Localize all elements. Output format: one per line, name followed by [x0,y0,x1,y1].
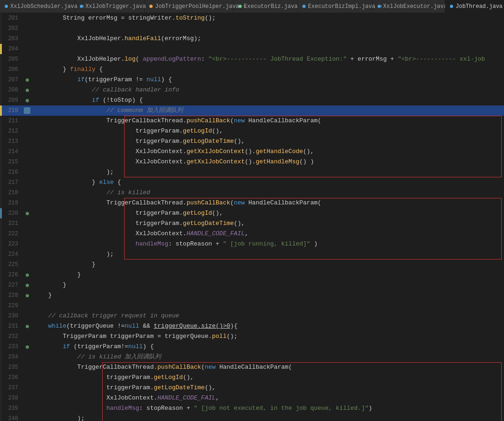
tab-label: XxlJobScheduler.java [10,3,77,10]
code-line-222: 222 XxlJobContext.HANDLE_CODE_FAIL, [2,229,504,239]
editor-container: 201 String errorMsg = stringWriter.toStr… [0,13,504,421]
tab-dot [80,5,83,8]
code-line-208: 208 // callback handler info [2,85,504,95]
code-line-212: 212 triggerParam.getLogId(), [2,126,504,136]
code-line-236: 236 triggerParam.getLogId(), [2,372,504,383]
tab-dot [302,5,306,8]
code-line-216: 216 ); [2,167,504,177]
code-line-221: 221 triggerParam.getLogDateTime(), [2,218,504,229]
code-line-214: 214 XxlJobContext.getXxlJobContext().get… [2,147,504,157]
code-line-220: 220 triggerParam.getLogId(), [2,208,504,218]
code-line-224: 224 ); [2,249,504,260]
code-line-240: 240 ); [2,414,504,421]
tab-label: ExecutorBiz.java [244,3,298,10]
code-line-203: 203 XxlJobHelper.handleFail(errorMsg); [2,34,504,44]
code-line-229: 229 [2,301,504,311]
code-line-223: 223 handleMsg: stopReason + " [job runni… [2,239,504,249]
code-line-209: 209 if (!toStop) { [2,95,504,105]
tab-jobtriggerpoolhelper[interactable]: JobTriggerPoolHelper.java × [145,0,233,13]
tab-dot [378,5,381,8]
tab-xxljobscheduler[interactable]: XxlJobScheduler.java × [0,0,75,13]
code-line-218: 218 // is killed [2,188,504,198]
tab-label: JobThread.java [455,3,503,10]
code-line-213: 213 triggerParam.getLogDateTime(), [2,136,504,147]
code-line-210: 210 // commonm 加入回调队列 [2,105,504,116]
code-line-227: 227 } [2,280,504,290]
code-line-237: 237 triggerParam.getLogDateTime(), [2,383,504,393]
tab-xxljobtrigger[interactable]: XxlJobTrigger.java × [75,0,145,13]
code-line-205: 205 XxlJobHelper.log( appendLogPattern: … [2,54,504,64]
code-line-232: 232 TriggerParam triggerParam = triggerQ… [2,331,504,342]
code-line-202: 202 [2,23,504,34]
tab-xxljobexecutor[interactable]: XxlJobExecutor.java × [373,0,445,13]
code-line-215: 215 XxlJobContext.getXxlJobContext().get… [2,157,504,167]
tab-dot [5,5,8,8]
code-line-228: 228 } [2,290,504,301]
tab-label: XxlJobTrigger.java [85,3,146,10]
code-line-234: 234 // is killed 加入回调队列 [2,352,504,362]
code-line-219: 219 TriggerCallbackThread.pushCallBack(n… [2,198,504,208]
tab-label: JobTriggerPoolHelper.java [155,3,239,10]
tab-dot [238,5,242,8]
code-line-238: 238 XxlJobContext.HANDLE_CODE_FAIL, [2,393,504,403]
code-line-201: 201 String errorMsg = stringWriter.toStr… [2,13,504,23]
code-line-217: 217 } else { [2,177,504,188]
code-line-225: 225 } [2,260,504,270]
code-line-226: 226 } [2,270,504,280]
tab-label: XxlJobExecutor.java [383,3,447,10]
tab-dot [450,5,453,8]
code-area[interactable]: 201 String errorMsg = stringWriter.toStr… [2,13,504,421]
code-line-233: 233 if (triggerParam!=null) { [2,342,504,352]
tab-executorbizimpl[interactable]: ExecutorBizImpl.java × [298,0,373,13]
code-line-230: 230 // callback trigger request in queue [2,311,504,321]
code-line-211: 211 TriggerCallbackThread.pushCallBack(n… [2,116,504,126]
tab-executorbiz[interactable]: ExecutorBiz.java × [234,0,298,13]
tab-bar: XxlJobScheduler.java × XxlJobTrigger.jav… [0,0,504,13]
code-line-235: 235 TriggerCallbackThread.pushCallBack(n… [2,362,504,372]
tab-label: ExecutorBizImpl.java [308,3,375,10]
code-line-239: 239 handleMsg: stopReason + " [job not e… [2,403,504,414]
code-line-231: 231 while(triggerQueue !=null && trigger… [2,321,504,331]
tab-dot [149,5,153,8]
code-line-204: 204 [2,44,504,54]
code-line-207: 207 if(triggerParam != null) { [2,75,504,85]
tab-jobthread[interactable]: JobThread.java × [445,0,504,13]
code-line-206: 206 } finally { [2,64,504,75]
